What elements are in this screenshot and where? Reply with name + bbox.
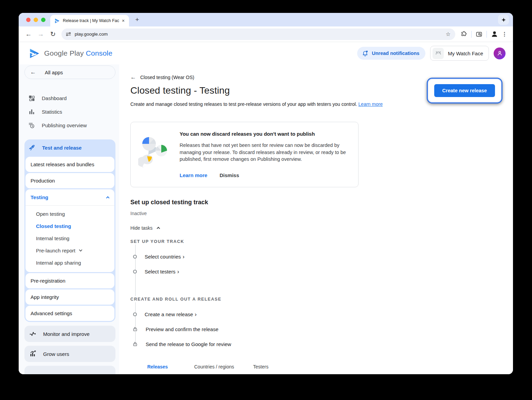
reload-button[interactable]: ↻: [48, 29, 58, 39]
step-label: Preview and confirm the release: [146, 326, 218, 332]
search-tabs-icon[interactable]: [474, 29, 484, 39]
tab-close-icon[interactable]: ×: [120, 18, 126, 24]
step-circle-icon: [133, 270, 137, 273]
sidebar-item-production[interactable]: Production: [25, 173, 114, 188]
sidebar-item-label: Statistics: [42, 109, 62, 115]
sidebar-item-pre-launch-report[interactable]: Pre-launch report: [25, 244, 114, 256]
new-tab-button[interactable]: +: [133, 16, 141, 24]
sidebar-item-app-integrity[interactable]: App integrity: [25, 289, 114, 305]
sidebar-item-statistics[interactable]: Statistics: [24, 105, 115, 118]
lock-icon: [132, 341, 138, 347]
step-circle-icon: [133, 312, 137, 316]
sidebar-item-monitor-and-improve[interactable]: Monitor and improve: [24, 326, 115, 342]
unread-notifications-button[interactable]: Unread notifications: [357, 47, 425, 60]
track-status: Inactive: [130, 211, 502, 216]
sidebar-item-partial[interactable]: [24, 366, 115, 374]
browser-tab[interactable]: Release track | My Watch Fac ×: [50, 15, 129, 26]
extensions-icon[interactable]: [459, 29, 469, 39]
sidebar-item-label: Open testing: [36, 211, 65, 217]
tab-testers[interactable]: Testers: [244, 364, 278, 374]
person-icon: [497, 50, 503, 56]
fullscreen-window-button[interactable]: [41, 18, 45, 22]
setup-timeline: SET UP YOUR TRACK Select countries › Sel…: [130, 238, 502, 347]
toolbar-divider: [487, 31, 487, 38]
sidebar-item-internal-app-sharing[interactable]: Internal app sharing: [25, 256, 114, 269]
pulse-icon: [29, 330, 37, 338]
toolbar-divider: [471, 31, 472, 38]
sidebar-item-label: Testing: [31, 194, 107, 200]
url-text[interactable]: play.google.com: [75, 32, 444, 37]
forward-button[interactable]: →: [36, 29, 46, 39]
sidebar-item-closed-testing[interactable]: Closed testing: [25, 220, 114, 232]
sidebar-item-grow-users[interactable]: Grow users: [24, 346, 115, 362]
create-new-release-button[interactable]: Create new release: [434, 84, 495, 97]
play-console-header: Google Play Console Unread notifications: [19, 42, 513, 64]
all-apps-button[interactable]: ← All apps: [24, 65, 115, 79]
brand-console: Console: [86, 49, 112, 57]
main-content: ← Closed testing (Wear OS) Closed testin…: [119, 64, 513, 374]
step-select-testers[interactable]: Select testers ›: [130, 269, 502, 274]
chevron-down-icon: [79, 248, 82, 252]
sidebar-item-label: App integrity: [31, 294, 59, 300]
chevron-up-icon: [106, 196, 110, 200]
close-window-button[interactable]: [26, 18, 31, 22]
sidebar-item-publishing-overview[interactable]: Publishing overview: [24, 118, 115, 132]
sidebar-item-dashboard[interactable]: Dashboard: [24, 91, 115, 105]
chevron-right-icon: ›: [183, 254, 185, 260]
minimize-window-button[interactable]: [34, 18, 38, 22]
sidebar-item-internal-testing[interactable]: Internal testing: [25, 232, 114, 244]
sidebar-item-latest-releases[interactable]: Latest releases and bundles: [25, 157, 114, 172]
browser-profile-avatar[interactable]: [489, 29, 499, 39]
app-thumbnail: [433, 48, 444, 59]
address-bar[interactable]: play.google.com ☆: [61, 28, 455, 40]
dashboard-icon: [28, 95, 35, 102]
group-label-create-release: CREATE AND ROLL OUT A RELEASE: [130, 296, 226, 302]
app-selector-name: My Watch Face: [448, 51, 483, 56]
play-console-favicon-icon: [54, 18, 60, 24]
step-label[interactable]: Select testers: [145, 269, 176, 274]
sidebar-item-open-testing[interactable]: Open testing: [25, 208, 114, 220]
sparkle-pill[interactable]: [498, 15, 509, 25]
tab-countries-regions[interactable]: Countries / regions: [185, 364, 244, 374]
back-button[interactable]: ←: [23, 29, 34, 39]
site-settings-icon[interactable]: [66, 31, 71, 37]
breadcrumb-label: Closed testing (Wear OS): [140, 75, 194, 80]
play-console-logo[interactable]: Google Play Console: [29, 48, 112, 59]
sidebar-item-label: Publishing overview: [42, 122, 87, 128]
browser-toolbar: ← → ↻ play.google.com ☆: [19, 26, 513, 42]
group-label-setup-track: SET UP YOUR TRACK: [130, 239, 189, 245]
tab-strip: Release track | My Watch Fac × +: [19, 13, 513, 26]
step-select-countries[interactable]: Select countries ›: [130, 254, 502, 260]
learn-more-link[interactable]: Learn more: [359, 101, 383, 107]
app-selector[interactable]: My Watch Face: [430, 46, 489, 61]
sidebar-item-test-and-release[interactable]: Test and release: [25, 139, 114, 156]
notice-dismiss-button[interactable]: Dismiss: [220, 172, 239, 178]
sidebar-item-label: Grow users: [43, 351, 69, 357]
notice-learn-more-button[interactable]: Learn more: [180, 172, 207, 178]
track-section-heading: Set up closed testing track: [130, 199, 502, 206]
sidebar-item-label: Latest releases and bundles: [31, 161, 94, 167]
step-preview-confirm: Preview and confirm the release: [130, 326, 502, 332]
account-avatar[interactable]: [494, 47, 506, 59]
sidebar-item-advanced-settings[interactable]: Advanced settings: [25, 306, 114, 321]
discard-releases-notice-card: You can now discard releases you don't w…: [130, 122, 359, 187]
tab-releases[interactable]: Releases: [130, 364, 185, 374]
description-text: Create and manage closed testing release…: [130, 101, 357, 107]
testing-group-card: Testing Open testing Closed testing Inte…: [25, 189, 114, 272]
back-arrow-icon: ←: [130, 74, 136, 81]
publishing-overview-icon: [28, 122, 35, 129]
notice-illustration: [137, 129, 172, 178]
sidebar-item-label: Test and release: [42, 145, 81, 151]
step-label[interactable]: Select countries: [145, 254, 181, 260]
sidebar-item-pre-registration[interactable]: Pre-registration: [25, 273, 114, 288]
hide-tasks-toggle[interactable]: Hide tasks: [130, 225, 502, 231]
browser-menu-icon[interactable]: ⋮: [499, 29, 510, 39]
sidebar-item-testing[interactable]: Testing: [25, 189, 114, 206]
step-label[interactable]: Create a new release: [145, 311, 193, 317]
rocket-icon: [28, 144, 36, 151]
notification-bell-icon: [362, 50, 368, 57]
bookmark-star-icon[interactable]: ☆: [444, 30, 453, 39]
step-create-new-release[interactable]: Create a new release ›: [130, 311, 502, 317]
wear-os-icon: [435, 50, 442, 57]
sidebar-item-label: Pre-registration: [31, 278, 66, 284]
